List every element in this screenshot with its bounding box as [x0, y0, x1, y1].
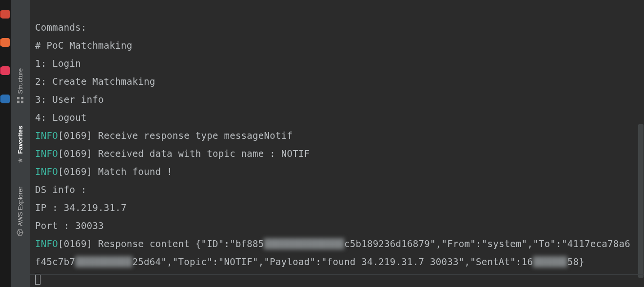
- log-text: f45c7b7: [35, 256, 75, 267]
- cube-icon: [17, 229, 24, 236]
- log-timestamp: [0169]: [58, 130, 92, 141]
- log-text: c5b189236d16879","From":"system","To":"4…: [344, 238, 630, 249]
- launcher-app-4[interactable]: [1, 95, 10, 103]
- console-line: Commands:: [35, 19, 644, 37]
- log-level-info: INFO: [35, 130, 58, 141]
- console-line: INFO[0169] Receive response type message…: [35, 127, 644, 145]
- console-line: 4: Logout: [35, 109, 644, 127]
- console-line: DS info :: [35, 181, 644, 199]
- console-line: IP : 34.219.31.7: [35, 199, 644, 217]
- redacted-text: ██████: [533, 256, 567, 267]
- console-output[interactable]: Commands:# PoC Matchmaking1: Login2: Cre…: [35, 19, 644, 287]
- svg-rect-2: [21, 101, 23, 103]
- log-text: Match found !: [92, 166, 172, 177]
- log-timestamp: [0169]: [58, 238, 92, 249]
- structure-icon: [17, 97, 23, 103]
- svg-rect-3: [21, 97, 23, 99]
- terminal-cursor: [35, 274, 40, 285]
- os-launcher-bar: [0, 0, 11, 287]
- ide-toolstrip: Structure ★ Favorites AWS Explorer: [11, 0, 30, 287]
- svg-marker-4: [18, 230, 20, 235]
- launcher-app-1[interactable]: [1, 10, 10, 19]
- log-text: 58}: [567, 256, 585, 267]
- svg-rect-0: [17, 101, 20, 103]
- console-scrollbar[interactable]: [638, 124, 644, 278]
- log-text: Received data with topic name : NOTIF: [92, 148, 310, 159]
- panel-divider: [30, 274, 644, 275]
- launcher-app-3[interactable]: [1, 66, 10, 75]
- console-line: INFO[0169] Response content {"ID":"bf885…: [35, 235, 644, 253]
- launcher-app-2[interactable]: [1, 38, 10, 47]
- log-timestamp: [0169]: [58, 148, 92, 159]
- log-text: Response content {"ID":"bf885: [92, 238, 264, 249]
- log-timestamp: [0169]: [58, 166, 92, 177]
- log-level-info: INFO: [35, 166, 58, 177]
- tool-tab-structure[interactable]: Structure: [17, 63, 24, 108]
- console-line: Port : 30033: [35, 217, 644, 235]
- console-line: INFO[0169] Received data with topic name…: [35, 145, 644, 163]
- tool-tab-label: Structure: [17, 68, 24, 94]
- console-line: INFO[0169] Match found !: [35, 163, 644, 181]
- redacted-text: ██████████████: [264, 238, 344, 249]
- console-line: 1: Login: [35, 55, 644, 73]
- svg-rect-1: [17, 97, 20, 99]
- tool-tab-aws-explorer[interactable]: AWS Explorer: [17, 182, 24, 241]
- tool-tab-favorites[interactable]: ★ Favorites: [17, 121, 24, 169]
- redacted-text: ██████████: [75, 256, 132, 267]
- console-prompt-line[interactable]: [35, 271, 644, 287]
- log-level-info: INFO: [35, 238, 58, 249]
- star-icon: ★: [17, 157, 24, 163]
- console-line: f45c7b7██████████25d64","Topic":"NOTIF",…: [35, 253, 644, 271]
- log-text: 25d64","Topic":"NOTIF","Payload":"found …: [133, 256, 533, 267]
- log-level-info: INFO: [35, 148, 58, 159]
- console-line: 2: Create Matchmaking: [35, 73, 644, 91]
- tool-tab-label: AWS Explorer: [17, 187, 24, 226]
- console-line: # PoC Matchmaking: [35, 37, 644, 55]
- log-text: Receive response type messageNotif: [92, 130, 293, 141]
- console-panel: Commands:# PoC Matchmaking1: Login2: Cre…: [30, 0, 644, 287]
- console-line: 3: User info: [35, 91, 644, 109]
- tool-tab-label: Favorites: [17, 126, 24, 154]
